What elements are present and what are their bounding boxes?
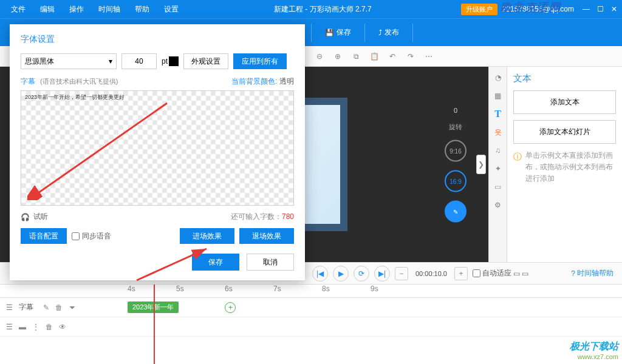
panel-title: 文本	[513, 73, 616, 84]
track-label: 字幕	[19, 302, 33, 312]
font-settings-dialog: 字体设置 思源黑体▾ pt 外观设置 应用到所有 字幕 (语音技术由科大讯飞提供…	[10, 24, 305, 280]
rotate-label: 旋转	[449, 123, 462, 132]
prev-button[interactable]: |◀	[312, 266, 328, 281]
maximize-icon[interactable]: ☐	[597, 5, 604, 13]
more-icon[interactable]: ⋯	[423, 50, 435, 62]
sync-voice-checkbox[interactable]: 同步语音	[72, 231, 111, 241]
voice-config-button[interactable]: 语音配置	[21, 228, 67, 244]
menu-action[interactable]: 操作	[63, 2, 90, 17]
lock-track-icon[interactable]: ⏷	[69, 303, 76, 312]
timeline-help-link[interactable]: ?时间轴帮助	[571, 268, 613, 278]
publish-button[interactable]: ⤴发布	[372, 27, 405, 38]
zoom-out-icon[interactable]: ⊖	[313, 50, 326, 62]
track2-icon1[interactable]: ☰	[6, 323, 13, 331]
effect-icon[interactable]: ✦	[492, 163, 504, 175]
cancel-button[interactable]: 取消	[247, 254, 294, 271]
track2-icon4[interactable]: 🗑	[46, 323, 53, 331]
watermark: 极光下载站 www.xz7.com	[570, 340, 618, 360]
shapes-icon[interactable]: ◔	[492, 72, 504, 84]
timeline: 4s5s6s7s8s9s ☰ 字幕 ✎ 🗑 ⏷ 2023年新一年 + ☰ ▬ ⋮…	[0, 284, 622, 364]
enter-effect-button[interactable]: 进场效果	[180, 228, 234, 244]
subtitle-track: ☰ 字幕 ✎ 🗑 ⏷ 2023年新一年 +	[0, 298, 622, 317]
zoom-in-icon[interactable]: ⊕	[332, 50, 344, 62]
upgrade-button[interactable]: 升级账户	[461, 4, 497, 15]
add-keyframe-icon[interactable]: +	[225, 302, 236, 313]
expand-icon[interactable]: ❯	[476, 155, 486, 174]
panel-tip: 单击示例文本直接添加到画布，或拖动示例文本到画布进行添加	[525, 150, 616, 185]
save-button-top[interactable]: 💾保存	[319, 27, 357, 38]
autofit-checkbox[interactable]: 自动适应▭ ▭	[473, 268, 528, 278]
watermark-top: 欧非克语网	[501, 0, 561, 15]
font-size-input[interactable]	[121, 53, 157, 69]
music-icon[interactable]: ♫	[492, 144, 504, 157]
save-icon: 💾	[325, 29, 334, 37]
loop-button[interactable]: ⟳	[354, 266, 369, 281]
remain-label: 还可输入字数：	[231, 212, 282, 221]
close-icon[interactable]: ✕	[611, 5, 617, 13]
time-plus[interactable]: +	[454, 267, 468, 280]
tts-provider-hint: (语音技术由科大讯飞提供)	[40, 77, 118, 86]
time-minus[interactable]: −	[395, 267, 408, 280]
menu-settings[interactable]: 设置	[158, 2, 185, 17]
pt-label: pt	[162, 57, 168, 66]
color-swatch[interactable]	[169, 56, 179, 66]
bgcolor-label: 当前背景颜色:	[231, 77, 277, 86]
exit-effect-button[interactable]: 退场效果	[239, 228, 294, 244]
listen-label[interactable]: 试听	[33, 212, 48, 222]
info-icon: ⓘ	[513, 150, 522, 185]
minimize-icon[interactable]: —	[583, 5, 590, 13]
copy-icon[interactable]: ⧉	[350, 50, 362, 62]
undo-icon[interactable]: ↶	[386, 50, 398, 62]
menu-file[interactable]: 文件	[5, 2, 32, 17]
menu-timeline[interactable]: 时间轴	[92, 2, 126, 17]
remain-value: 780	[282, 212, 294, 221]
apply-all-button[interactable]: 应用到所有	[233, 53, 287, 69]
subtitle-label: 字幕	[21, 76, 35, 87]
add-text-slide-button[interactable]: 添加文本幻灯片	[513, 120, 616, 144]
image-icon[interactable]: ▦	[492, 90, 504, 102]
next-button[interactable]: ▶|	[374, 266, 390, 281]
settings-icon[interactable]: ⚙	[492, 199, 504, 211]
subtitle-preview[interactable]: 2023年新一年开始，希望一切都更美更好	[21, 90, 294, 206]
appearance-button[interactable]: 外观设置	[183, 53, 228, 69]
add-text-button[interactable]: 添加文本	[513, 90, 616, 114]
edit-icon[interactable]: ✎	[445, 201, 466, 223]
text-panel: 文本 添加文本 添加文本幻灯片 ⓘ单击示例文本直接添加到画布，或拖动示例文本到画…	[507, 67, 622, 262]
menu-edit[interactable]: 编辑	[34, 2, 61, 17]
bgcolor-value: 透明	[279, 77, 294, 86]
track2-icon2[interactable]: ▬	[19, 323, 26, 331]
timecode: 00:00:10.0	[415, 270, 447, 277]
redo-icon[interactable]: ↷	[405, 50, 417, 62]
track-menu-icon[interactable]: ☰	[6, 303, 13, 312]
headphone-icon: 🎧	[21, 213, 30, 221]
font-select[interactable]: 思源黑体▾	[21, 53, 117, 69]
dialog-title: 字体设置	[21, 34, 294, 45]
track2-icon3[interactable]: ⋮	[32, 323, 39, 331]
ratio-9-16[interactable]: 9:16	[445, 140, 466, 162]
play-button[interactable]: ▶	[333, 266, 349, 281]
right-toolbar: ◔ ▦ T 웃 ♫ ✦ ▭ ⚙	[488, 67, 507, 262]
main-menu: 文件 编辑 操作 时间轴 帮助 设置	[5, 2, 185, 17]
save-button[interactable]: 保存	[192, 254, 239, 271]
widget-icon[interactable]: ▭	[492, 181, 504, 193]
app-title: 新建工程 - 万彩动画大师 2.7.7	[185, 4, 461, 15]
text-tool-icon[interactable]: T	[492, 108, 504, 120]
playhead[interactable]	[154, 285, 155, 364]
ratio-16-9[interactable]: 16:9	[445, 170, 466, 192]
delete-track-icon[interactable]: 🗑	[55, 303, 63, 312]
chevron-down-icon: ▾	[109, 57, 112, 66]
character-icon[interactable]: 웃	[492, 126, 504, 138]
edit-track-icon[interactable]: ✎	[43, 303, 49, 312]
menu-help[interactable]: 帮助	[129, 2, 156, 17]
time-ruler[interactable]: 4s5s6s7s8s9s	[0, 285, 622, 298]
rotate-value: 0	[454, 107, 457, 114]
track2-icon5[interactable]: 👁	[59, 323, 66, 331]
paste-icon[interactable]: 📋	[368, 50, 380, 62]
publish-icon: ⤴	[378, 29, 382, 37]
